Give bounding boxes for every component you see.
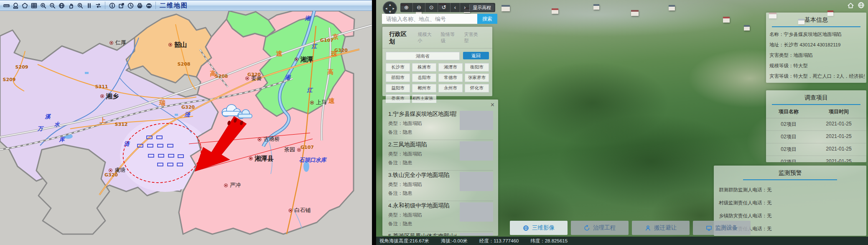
zoom-out-button[interactable]: ⊖	[412, 3, 425, 12]
view-altitude-value: 视角海拔高度:216.67米	[379, 238, 429, 244]
show-elevation-button[interactable]: 显示高程	[469, 4, 494, 11]
disaster-title: 3.铁山完全小学地面塌陷	[388, 171, 456, 179]
printer-icon[interactable]	[144, 1, 153, 10]
polygon-measure-icon[interactable]	[20, 1, 29, 10]
tab-3[interactable]: 灾害类型	[464, 31, 482, 44]
city-button[interactable]: 岳阳市	[412, 74, 436, 82]
city-button[interactable]: 邵阳市	[386, 74, 410, 82]
panel-divider	[372, 0, 376, 245]
city-button[interactable]: 益阳市	[386, 84, 410, 92]
search-input[interactable]	[382, 14, 477, 24]
history-icon[interactable]	[126, 1, 135, 10]
survey-row[interactable]: 02项目2021-01-25	[766, 156, 866, 162]
city-button[interactable]: 长沙市	[386, 63, 410, 71]
building	[723, 17, 730, 23]
globe-icon	[523, 225, 529, 231]
globe-icon[interactable]	[57, 1, 66, 10]
3d-imagery-button[interactable]: 三维影像	[510, 221, 568, 235]
disaster-title: 1.宁乡县煤炭坝地区地面塌陷	[388, 110, 456, 118]
longitude-value: 经度：113.777460	[479, 238, 519, 244]
disaster-list-item[interactable]: 1.宁乡县煤炭坝地区地面塌陷类型：地面塌陷备注：隐患	[388, 110, 493, 140]
building	[501, 5, 510, 11]
info-panel-title: 基本信息	[766, 13, 866, 24]
2d-map[interactable]: 仁厚湘乡韶山姜畲湘潭上马古塘桥茶园湘潭县严冲白石铺虞塘S209S209S311S…	[0, 11, 372, 245]
print-icon[interactable]	[135, 1, 144, 10]
tab-1[interactable]: 规模大小	[418, 31, 436, 44]
home-icon[interactable]	[847, 2, 854, 9]
next-view-button[interactable]: ›	[460, 3, 469, 12]
disaster-list-panel: × 1.宁乡县煤炭坝地区地面塌陷类型：地面塌陷备注：隐患2.三凤地面塌陷类型：地…	[382, 100, 498, 236]
map-canvas	[0, 11, 372, 245]
disaster-list-item[interactable]: 4.永和初级中学地面塌陷类型：地面塌陷备注：隐患	[388, 201, 493, 232]
swap-arrows-icon[interactable]	[94, 1, 103, 10]
disaster-thumbnail[interactable]	[460, 233, 493, 236]
zoom-out-icon[interactable]	[48, 1, 57, 10]
city-button[interactable]: 张家界市	[465, 74, 489, 82]
info-field: 地址：长沙市 430124 430182119	[769, 38, 865, 48]
treatment-project-button[interactable]: 治理工程	[571, 221, 629, 235]
info-field: 险情等级：特大型，威胁人口：21934人，威胁财产...	[769, 79, 865, 83]
3d-view-panel: ▴ ▾ ◂ ▸ ⊕⊖⊙↺‹›显示高程 搜索 行政区划 规模大小险情等级灾害类型 …	[376, 0, 868, 245]
zoom-in-icon[interactable]	[38, 1, 48, 10]
zoom-previous-icon[interactable]	[75, 1, 84, 10]
rotate-view-button[interactable]: ↺	[438, 3, 450, 12]
disaster-thumbnail[interactable]	[460, 202, 493, 222]
pan-right-icon[interactable]: ▸	[392, 7, 395, 10]
pan-left-icon[interactable]: ◂	[385, 7, 387, 10]
city-button[interactable]: 永州市	[438, 84, 463, 92]
province-button[interactable]: 湖南省	[386, 52, 460, 60]
prev-view-button[interactable]: ‹	[450, 3, 460, 12]
monitoring-device-button[interactable]: 监测设备	[693, 221, 751, 235]
building	[669, 5, 675, 10]
ruler-icon[interactable]	[2, 1, 11, 10]
city-button[interactable]: 株洲市	[412, 63, 436, 71]
pan-up-icon[interactable]: ▴	[389, 3, 391, 7]
export-icon[interactable]	[117, 1, 126, 10]
warning-panel-title: 监测预警	[714, 166, 866, 177]
zoom-in-button[interactable]: ⊕	[400, 3, 412, 12]
city-button[interactable]: 常德市	[438, 74, 463, 82]
globe-icon[interactable]	[858, 2, 865, 9]
city-button[interactable]: 怀化市	[465, 84, 489, 92]
reset-view-button[interactable]: ⊙	[425, 3, 438, 12]
disaster-thumbnail[interactable]	[460, 111, 493, 130]
warning-field: 乡镇防灾责任人电话：无	[719, 206, 866, 219]
pause-icon[interactable]	[84, 1, 94, 10]
status-bar: 视角海拔高度:216.67米 海拔:-0.00米 经度：113.777460 纬…	[376, 237, 868, 245]
info-field: 灾害等级：特大型，死亡人口：2人，经济损失：250...	[769, 69, 865, 79]
search-button[interactable]: 搜索	[477, 14, 497, 24]
info-icon[interactable]	[107, 1, 117, 10]
pan-icon[interactable]	[66, 1, 75, 10]
city-button[interactable]: 湘潭市	[438, 63, 463, 71]
disaster-thumbnail[interactable]	[460, 172, 493, 191]
city-button[interactable]: 郴州市	[412, 84, 436, 92]
pan-down-icon[interactable]: ▾	[389, 10, 391, 14]
compass-control[interactable]: ▴ ▾ ◂ ▸	[383, 1, 397, 15]
survey-row[interactable]: 02项目2021-01-25	[766, 143, 866, 156]
disaster-thumbnail[interactable]	[460, 141, 493, 161]
area-measure-icon[interactable]	[11, 1, 20, 10]
admin-division-panel: 行政区划 规模大小险情等级灾害类型 湖南省 返回 长沙市株洲市湘潭市衡阳市邵阳市…	[382, 27, 492, 96]
2d-map-panel: 二维地图	[0, 0, 372, 245]
survey-row[interactable]: 02项目2021-01-25	[766, 118, 866, 131]
info-field: 名称：宁乡县煤炭坝地区地面塌陷	[769, 27, 865, 38]
admin-panel-title: 行政区划	[389, 31, 412, 46]
relocation-button[interactable]: 搬迁避让	[632, 221, 690, 235]
warning-field: 群测群防监测人电话：无	[719, 180, 866, 193]
disaster-title: 4.永和初级中学地面塌陷	[388, 202, 456, 209]
disaster-title: 2.三凤地面塌陷	[388, 141, 456, 148]
3d-toolbar: ⊕⊖⊙↺‹›显示高程	[400, 3, 495, 12]
close-icon[interactable]: ×	[491, 102, 494, 108]
warning-field: 村级监测责任人电话：无	[719, 193, 866, 206]
latitude-value: 纬度：28.825615	[530, 238, 568, 244]
tab-2[interactable]: 险情等级	[441, 31, 459, 44]
building	[552, 8, 558, 14]
back-button[interactable]: 返回	[463, 52, 489, 59]
disaster-list-item[interactable]: 2.三凤地面塌陷类型：地面塌陷备注：隐患	[388, 140, 493, 171]
grid-icon[interactable]	[29, 1, 38, 10]
map-mode-label: 二维地图	[160, 2, 188, 10]
survey-row[interactable]: 02项目2021-01-25	[766, 131, 866, 143]
city-button[interactable]: 衡阳市	[465, 63, 489, 71]
disaster-list-item[interactable]: 5.芦淞区凤凰山体东南部山体滑坡	[388, 232, 493, 236]
disaster-list-item[interactable]: 3.铁山完全小学地面塌陷类型：地面塌陷备注：隐患	[388, 171, 493, 201]
